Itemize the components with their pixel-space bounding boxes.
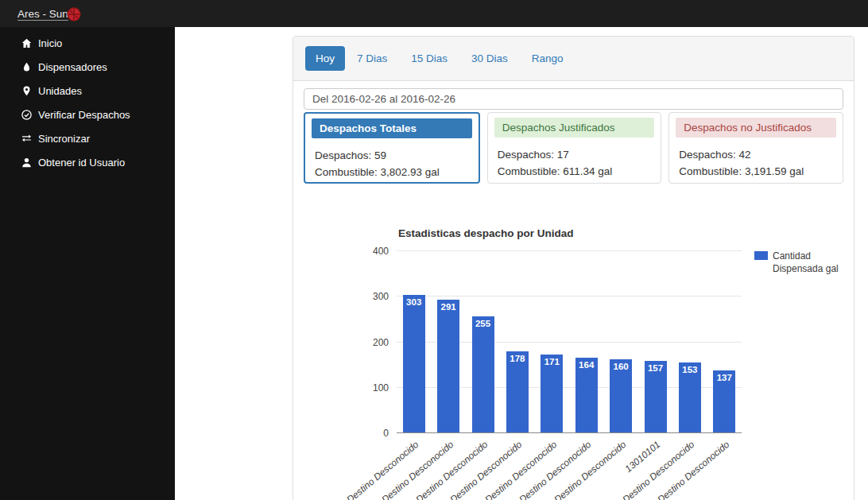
sidebar-item-label: Obtener id Usuario [38, 157, 125, 169]
chart-bar[interactable]: 160 [610, 359, 632, 432]
sidebar-item-label: Inicio [38, 37, 62, 49]
bar-value-label: 178 [506, 354, 529, 363]
app-brand[interactable]: Ares - Sun [0, 0, 868, 27]
red-wheel-icon [67, 7, 81, 21]
sidebar-item-label: Unidades [38, 85, 82, 97]
chart-bar[interactable]: 157 [645, 361, 667, 432]
sidebar-item-label: Dispensadores [38, 61, 107, 73]
home-icon [21, 38, 32, 48]
sidebar-item-sincronizar[interactable]: Sincronizar [0, 126, 175, 150]
chart-bar[interactable]: 178 [506, 351, 529, 432]
y-axis-tick-label: 300 [358, 290, 389, 303]
chart-legend: Cantidad Dispensada gal [754, 250, 846, 275]
chart-bar[interactable]: 291 [437, 300, 459, 432]
y-axis-tick-label: 400 [358, 245, 389, 258]
gridline [397, 250, 742, 251]
card-despachos-totales: Despachos Totales Despachos: 59 Combusti… [304, 112, 480, 184]
card-title: Despachos Totales [312, 118, 472, 138]
tab-rango[interactable]: Rango [520, 46, 575, 71]
card-combustible-value: Combustible: 611.34 gal [498, 163, 652, 180]
top-navbar: Ares - Sun [0, 0, 868, 27]
bar-value-label: 291 [437, 302, 459, 312]
bar-value-label: 160 [610, 362, 632, 371]
droplet-icon [21, 62, 32, 72]
card-combustible-value: Combustible: 3,191.59 gal [679, 163, 833, 180]
chart-bar[interactable]: 153 [679, 362, 701, 432]
chart-bar[interactable]: 137 [713, 370, 735, 432]
bar-value-label: 164 [575, 360, 598, 370]
chart-bar[interactable]: 255 [472, 316, 494, 432]
tab-15-dias[interactable]: 15 Dias [399, 46, 459, 71]
tab-30-dias[interactable]: 30 Dias [459, 46, 520, 71]
gridline [397, 432, 742, 433]
card-despachos-value: Despachos: 59 [315, 147, 469, 164]
date-range-input[interactable] [304, 88, 843, 110]
tab-7-dias[interactable]: 7 Dias [345, 46, 399, 71]
sidebar-item-label: Sincronizar [38, 133, 90, 145]
check-circle-icon [21, 110, 32, 120]
gridline [397, 296, 742, 297]
sidebar-item-label: Verificar Despachos [38, 109, 130, 121]
chart-bar[interactable]: 303 [403, 295, 425, 432]
map-marker-icon [21, 86, 32, 96]
card-despachos-value: Despachos: 17 [498, 146, 652, 163]
sidebar: Inicio Dispensadores Unidades Verificar … [0, 27, 175, 500]
bar-value-label: 153 [679, 365, 701, 374]
card-title: Despachos Justificados [494, 118, 655, 138]
sidebar-item-unidades[interactable]: Unidades [0, 79, 175, 103]
sidebar-item-inicio[interactable]: Inicio [0, 31, 175, 55]
period-tabs: Hoy 7 Dias 15 Dias 30 Dias Rango [293, 37, 854, 81]
legend-label: Cantidad Dispensada gal [773, 250, 846, 275]
y-axis-tick-label: 0 [358, 427, 389, 440]
panel-body: Despachos Totales Despachos: 59 Combusti… [293, 81, 854, 500]
user-icon [21, 157, 32, 168]
main-content: Hoy 7 Dias 15 Dias 30 Dias Rango Despach… [175, 27, 868, 500]
card-despachos-no-justificados: Despachos no Justificados Despachos: 42 … [668, 112, 843, 184]
card-combustible-value: Combustible: 3,802.93 gal [315, 164, 469, 180]
bar-value-label: 171 [541, 357, 563, 366]
bar-value-label: 303 [403, 297, 425, 307]
sidebar-item-dispensadores[interactable]: Dispensadores [0, 55, 175, 79]
bar-value-label: 137 [713, 373, 735, 382]
legend-swatch [754, 251, 768, 260]
chart-bar[interactable]: 171 [541, 355, 563, 432]
bar-value-label: 255 [472, 319, 494, 328]
card-despachos-value: Despachos: 42 [679, 146, 833, 163]
y-axis-tick-label: 200 [358, 336, 389, 349]
chart-bar[interactable]: 164 [575, 358, 598, 432]
bar-chart: Estadisticas despacho por Unidad 0100200… [304, 227, 843, 500]
y-axis-tick-label: 100 [358, 382, 389, 394]
card-title: Despachos no Justificados [676, 118, 836, 138]
card-despachos-justificados: Despachos Justificados Despachos: 17 Com… [487, 112, 662, 184]
sidebar-item-verificar-despachos[interactable]: Verificar Despachos [0, 103, 175, 126]
sidebar-item-obtener-id-usuario[interactable]: Obtener id Usuario [0, 150, 175, 174]
chart-plot-area: 0100200300400303Destino Desconocido291De… [397, 251, 742, 433]
tab-hoy[interactable]: Hoy [305, 46, 345, 71]
sync-arrows-icon [21, 134, 32, 144]
bar-value-label: 157 [645, 363, 667, 373]
dashboard-panel: Hoy 7 Dias 15 Dias 30 Dias Rango Despach… [293, 36, 854, 500]
summary-cards-row: Despachos Totales Despachos: 59 Combusti… [304, 112, 843, 184]
chart-title: Estadisticas despacho por Unidad [398, 227, 574, 239]
brand-text[interactable]: Ares - Sun [17, 8, 68, 20]
